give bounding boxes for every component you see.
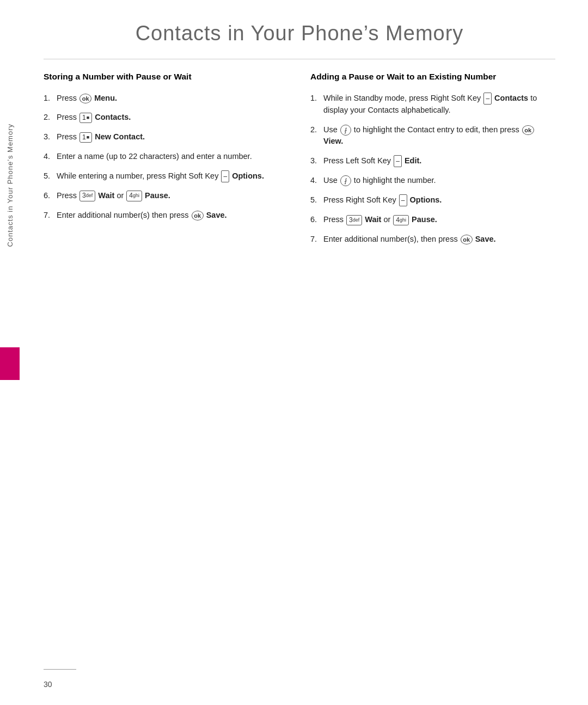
right-soft-key-icon: – bbox=[221, 170, 229, 182]
step-pause-label: Pause. bbox=[145, 191, 170, 200]
step-label: Contacts. bbox=[95, 113, 131, 121]
right-step-6: 6. Press 3 def Wait or 4 ghi Pause. bbox=[310, 214, 555, 226]
step-number: 1. bbox=[310, 93, 323, 105]
bottom-divider bbox=[44, 669, 76, 670]
key-4-badge: 4 ghi bbox=[393, 215, 409, 226]
left-column: Storing a Number with Pause or Wait 1. P… bbox=[44, 71, 289, 661]
ok-key: ok bbox=[192, 211, 204, 220]
right-soft-key-icon: – bbox=[399, 194, 407, 206]
right-soft-key-icon: – bbox=[483, 93, 492, 105]
left-step-1: 1. Press ok Menu. bbox=[44, 93, 289, 105]
right-step-4: 4. Use ⨏ to highlight the number. bbox=[310, 175, 555, 187]
nav-key-icon: ⨏ bbox=[340, 175, 351, 186]
key-3-badge: 3 def bbox=[79, 191, 95, 201]
left-soft-key-icon: – bbox=[394, 155, 402, 167]
side-tab: Contacts in Your Phone’s Memory bbox=[0, 76, 20, 294]
right-column: Adding a Pause or Wait to an Existing Nu… bbox=[310, 71, 555, 661]
content-area: Storing a Number with Pause or Wait 1. P… bbox=[44, 71, 555, 661]
step-wait-label: Wait bbox=[365, 215, 381, 224]
right-step-1: 1. While in Standby mode, press Right So… bbox=[310, 93, 555, 117]
step-number: 3. bbox=[310, 155, 323, 167]
left-step-4: 4. Enter a name (up to 22 characters) an… bbox=[44, 151, 289, 163]
step-content: Enter additional number(s), then press o… bbox=[323, 234, 555, 246]
step-number: 2. bbox=[44, 112, 57, 124]
right-step-list: 1. While in Standby mode, press Right So… bbox=[310, 93, 555, 246]
left-step-5: 5. While entering a number, press Right … bbox=[44, 170, 289, 182]
step-content: Press 3 def Wait or 4 ghi Pause. bbox=[323, 214, 555, 226]
key-3-badge: 3 def bbox=[346, 215, 362, 226]
page-number: 30 bbox=[44, 680, 52, 689]
step-content: Press Left Soft Key – Edit. bbox=[323, 155, 555, 167]
step-pause-label: Pause. bbox=[412, 215, 437, 224]
step-label: Edit. bbox=[405, 156, 421, 165]
left-step-6: 6. Press 3 def Wait or 4 ghi Pause. bbox=[44, 190, 289, 202]
step-content: While entering a number, press Right Sof… bbox=[57, 170, 289, 182]
step-content: Press 3 def Wait or 4 ghi Pause. bbox=[57, 190, 289, 202]
step-number: 7. bbox=[44, 210, 57, 222]
right-step-2: 2. Use ⨏ to highlight the Contact entry … bbox=[310, 124, 555, 148]
right-section-heading: Adding a Pause or Wait to an Existing Nu… bbox=[310, 71, 555, 83]
key-1-badge: 1■ bbox=[79, 132, 92, 143]
step-number: 6. bbox=[310, 214, 323, 226]
step-wait-label: Wait bbox=[98, 191, 114, 200]
step-label: Menu. bbox=[94, 94, 117, 102]
step-number: 4. bbox=[44, 151, 57, 163]
step-number: 5. bbox=[310, 194, 323, 206]
step-label: Options. bbox=[410, 195, 442, 204]
step-label: New Contact. bbox=[95, 132, 145, 141]
step-label: Contacts bbox=[494, 94, 528, 102]
step-number: 5. bbox=[44, 170, 57, 182]
page-title: Contacts in Your Phone’s Memory bbox=[44, 22, 555, 45]
step-content: Press 1■ New Contact. bbox=[57, 131, 289, 143]
step-label: Save. bbox=[475, 235, 496, 243]
step-content: Press Right Soft Key – Options. bbox=[323, 194, 555, 206]
step-label: Options. bbox=[232, 171, 264, 180]
ok-key: ok bbox=[79, 94, 91, 103]
side-tab-accent bbox=[0, 347, 20, 380]
left-step-3: 3. Press 1■ New Contact. bbox=[44, 131, 289, 143]
step-number: 6. bbox=[44, 190, 57, 202]
ok-key: ok bbox=[461, 235, 473, 244]
page: Contacts in Your Phone’s Memory Contacts… bbox=[0, 0, 588, 705]
step-label: View. bbox=[323, 137, 343, 145]
step-content: Enter additional number(s) then press ok… bbox=[57, 210, 289, 222]
step-content: Press 1■ Contacts. bbox=[57, 112, 289, 124]
step-content: While in Standby mode, press Right Soft … bbox=[323, 93, 555, 117]
left-step-7: 7. Enter additional number(s) then press… bbox=[44, 210, 289, 222]
right-step-3: 3. Press Left Soft Key – Edit. bbox=[310, 155, 555, 167]
right-step-5: 5. Press Right Soft Key – Options. bbox=[310, 194, 555, 206]
step-content: Press ok Menu. bbox=[57, 93, 289, 105]
step-content: Use ⨏ to highlight the Contact entry to … bbox=[323, 124, 555, 148]
side-tab-label: Contacts in Your Phone’s Memory bbox=[6, 124, 14, 247]
step-content: Use ⨏ to highlight the number. bbox=[323, 175, 555, 187]
step-label: Save. bbox=[206, 211, 227, 219]
key-4-badge: 4 ghi bbox=[126, 191, 142, 201]
title-divider bbox=[44, 59, 555, 59]
step-number: 2. bbox=[310, 124, 323, 136]
ok-key: ok bbox=[522, 125, 534, 135]
key-1-badge: 1■ bbox=[79, 113, 92, 124]
step-number: 1. bbox=[44, 93, 57, 105]
step-content: Enter a name (up to 22 characters) and e… bbox=[57, 151, 289, 163]
step-number: 4. bbox=[310, 175, 323, 187]
nav-key-icon: ⨏ bbox=[340, 125, 351, 136]
left-step-2: 2. Press 1■ Contacts. bbox=[44, 112, 289, 124]
right-step-7: 7. Enter additional number(s), then pres… bbox=[310, 234, 555, 246]
step-number: 3. bbox=[44, 131, 57, 143]
step-number: 7. bbox=[310, 234, 323, 246]
left-section-heading: Storing a Number with Pause or Wait bbox=[44, 71, 289, 83]
left-step-list: 1. Press ok Menu. 2. Press 1■ Contacts. … bbox=[44, 93, 289, 222]
